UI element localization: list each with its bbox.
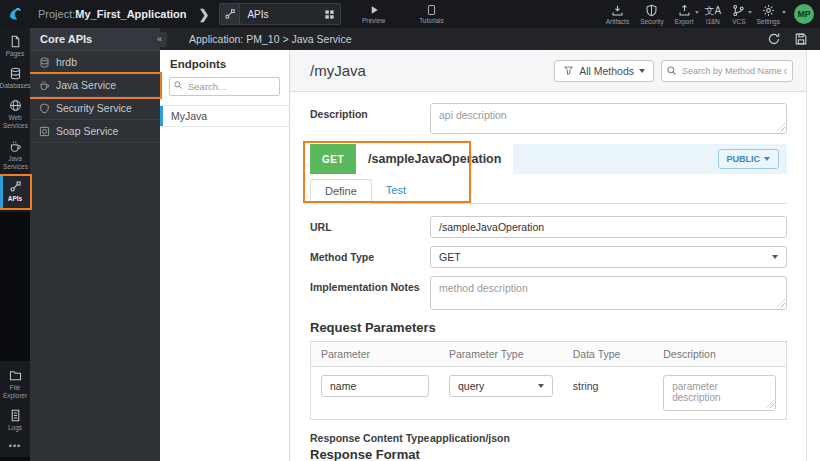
api-connector-icon [220,4,240,24]
url-input[interactable] [430,216,787,238]
wavemaker-logo-icon[interactable] [0,0,30,28]
preview-button[interactable]: Preview [362,0,385,28]
method-type-value: GET [439,251,461,263]
core-api-item-soap-service[interactable]: Soap Service [30,120,160,143]
param-type-value: query [458,380,484,392]
vcs-label: VCS [732,18,745,25]
strip-group-bottom: File Explorer Logs ••• [0,361,30,457]
sidebar-item-label: Java Services [3,155,27,171]
caret-down-icon [782,11,786,14]
core-apis-panel: Core APIs hrdb Java Service Security Ser… [30,28,160,461]
param-description-input[interactable] [663,375,776,411]
core-api-item-hrdb[interactable]: hrdb [30,51,160,74]
left-icon-strip: Pages Databases Web Services Java Servic… [0,28,30,461]
sidebar-item-label: Web Services [3,114,27,130]
breadcrumb-actions [767,32,820,46]
page-title: /myJava [310,62,366,79]
artifacts-button[interactable]: Artifacts [606,0,629,28]
tab-apis[interactable]: APIs [219,3,341,25]
soap-icon [39,126,50,137]
settings-button[interactable]: Settings [757,0,781,28]
project-name: My_First_Application [75,8,186,20]
artifacts-label: Artifacts [606,18,629,25]
method-panel: GET /sampleJavaOperation PUBLIC Define T… [310,144,787,461]
endpoints-title: Endpoints [160,50,289,76]
sidebar-item-logs[interactable]: Logs [0,405,30,437]
save-icon[interactable] [794,32,808,46]
shield-icon [645,4,658,17]
method-header[interactable]: GET /sampleJavaOperation PUBLIC [310,144,787,174]
gear-icon [762,4,775,17]
tutorials-button[interactable]: Tutorials [419,0,444,28]
param-data-type: string [563,367,653,420]
security-button[interactable]: Security [640,0,663,28]
grid-icon[interactable] [324,9,335,20]
impl-notes-row: Implementation Notes [310,276,787,310]
method-search [661,60,793,82]
api-description-input[interactable] [430,103,787,134]
caret-down-icon [538,384,544,388]
response-content-type-label: Response Content Type [310,432,430,444]
define-tab-body: URL Method Type GET Implementati [310,204,787,461]
sidebar-item-label: File Explorer [2,384,28,400]
endpoints-search [169,76,280,96]
col-description: Description [653,342,786,367]
caret-down-icon [748,11,752,14]
download-tray-icon [611,4,624,17]
methods-filter-dropdown[interactable]: All Methods [554,60,654,82]
sidebar-item-label: APIs [8,195,22,203]
settings-label: Settings [757,18,781,25]
vcs-button[interactable]: VCS [732,0,745,28]
description-row: Description [310,103,787,134]
core-api-item-label: Security Service [56,102,132,114]
sidebar-item-file-explorer[interactable]: File Explorer [0,365,30,405]
description-label: Description [310,103,430,134]
databases-icon [9,67,22,80]
request-parameters-title: Request Parameters [310,320,787,335]
core-api-item-label: hrdb [56,56,77,68]
endpoints-panel: Endpoints MyJava [160,50,290,461]
core-api-item-java-service[interactable]: Java Service [30,74,160,97]
api-toolbar: /myJava All Methods [290,50,806,92]
param-name-input[interactable] [321,375,429,397]
export-button[interactable]: Export [675,0,694,28]
url-row: URL [310,216,787,238]
refresh-icon[interactable] [767,32,781,46]
chevron-right-icon: ❯ [199,7,210,22]
methods-filter-label: All Methods [579,65,634,77]
response-content-type-value: application/json [430,432,510,444]
method-type-select[interactable]: GET [430,246,787,268]
sidebar-item-apis[interactable]: APIs [0,176,30,208]
sidebar-item-pages[interactable]: Pages [0,31,30,63]
more-icon[interactable]: ••• [0,437,30,455]
i18n-button[interactable]: 文A I18N [704,0,721,28]
project-title: Project:My_First_Application [38,8,187,20]
param-type-select[interactable]: query [449,375,553,397]
table-header-row: Parameter Parameter Type Data Type Descr… [311,342,787,367]
endpoints-search-input[interactable] [169,77,280,96]
logs-icon [9,409,22,422]
method-path[interactable]: /sampleJavaOperation [356,144,513,174]
sidebar-item-web-services[interactable]: Web Services [0,95,30,135]
main-content: /myJava All Methods Description [290,50,807,461]
url-label: URL [310,216,430,238]
tab-define[interactable]: Define [310,179,372,204]
user-avatar[interactable]: MP [794,4,814,24]
collapse-panel-icon[interactable]: « [152,32,167,47]
sidebar-item-label: Databases [0,82,31,90]
visibility-dropdown[interactable]: PUBLIC [718,149,780,169]
impl-notes-label: Implementation Notes [310,276,430,310]
sidebar-item-label: Logs [8,424,22,432]
sidebar-item-java-services[interactable]: Java Services [0,136,30,176]
sidebar-item-label: Pages [6,50,24,58]
document-icon [426,4,437,16]
sidebar-item-databases[interactable]: Databases [0,63,30,95]
java-services-icon [9,140,22,153]
security-label: Security [640,18,663,25]
endpoint-item-myjava[interactable]: MyJava [160,105,289,127]
tab-test[interactable]: Test [372,179,420,203]
impl-notes-input[interactable] [430,276,787,310]
core-api-item-security-service[interactable]: Security Service [30,97,160,120]
method-search-input[interactable] [661,60,793,82]
caret-down-icon [764,157,770,161]
